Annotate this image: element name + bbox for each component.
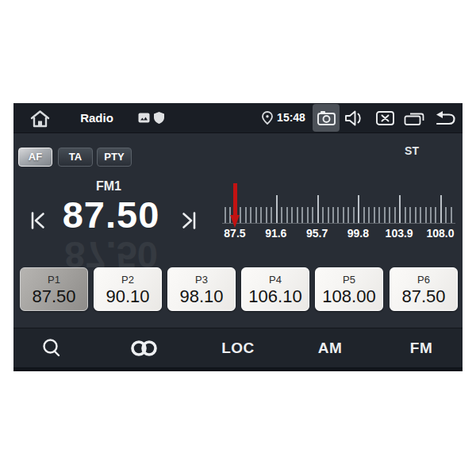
scale-minor-tick xyxy=(409,207,411,224)
am-button[interactable]: AM xyxy=(302,328,358,367)
scale-minor-tick xyxy=(286,207,288,224)
scale-minor-tick xyxy=(435,207,436,224)
seek-next-button[interactable] xyxy=(181,212,197,229)
scale-minor-tick xyxy=(445,207,447,224)
preset-frequency: 87.50 xyxy=(21,286,87,307)
scale-minor-tick xyxy=(374,207,375,224)
scale-minor-tick xyxy=(389,207,390,224)
scale-minor-tick xyxy=(245,207,247,224)
scale-major-tick xyxy=(317,195,319,224)
scale-minor-tick xyxy=(260,207,262,224)
search-icon[interactable] xyxy=(42,338,62,358)
preset-label: P3 xyxy=(168,274,235,286)
tuning-scale xyxy=(225,194,453,224)
preset-frequency: 87.50 xyxy=(390,286,457,307)
scale-minor-tick xyxy=(451,207,452,224)
scale-frequency-label: 99.8 xyxy=(336,227,379,240)
tuning-needle-arrow xyxy=(230,215,240,228)
scale-minor-tick xyxy=(415,207,416,224)
preset-frequency: 108.00 xyxy=(316,286,382,307)
scale-minor-tick xyxy=(322,207,324,224)
scale-minor-tick xyxy=(281,207,282,224)
preset-button-p1[interactable]: P1 87.50 xyxy=(20,267,88,311)
scale-major-tick xyxy=(399,195,401,224)
scale-minor-tick xyxy=(266,207,267,224)
scale-frequency-label: 95.7 xyxy=(296,227,339,240)
seek-previous-button[interactable] xyxy=(30,212,46,229)
home-icon[interactable] xyxy=(29,109,51,128)
clock: 15:48 xyxy=(275,103,307,132)
scale-minor-tick xyxy=(328,207,329,224)
preset-label: P5 xyxy=(316,274,382,286)
location-icon xyxy=(262,111,273,125)
scale-minor-tick xyxy=(240,207,241,224)
preset-button-p3[interactable]: P3 98.10 xyxy=(167,267,236,311)
loc-button[interactable]: LOC xyxy=(210,328,266,367)
af-button[interactable]: AF xyxy=(18,148,52,167)
preset-button-p5[interactable]: P5 108.00 xyxy=(315,267,383,311)
scale-minor-tick xyxy=(255,207,257,224)
status-bar: Radio 15:48 xyxy=(13,103,463,133)
preset-frequency: 106.10 xyxy=(242,286,309,307)
scale-minor-tick xyxy=(307,207,309,224)
volume-icon[interactable] xyxy=(344,110,364,126)
panel-bottom-edge xyxy=(13,367,463,371)
scale-minor-tick xyxy=(394,207,396,224)
close-window-icon[interactable] xyxy=(376,111,394,125)
band-label: FM1 xyxy=(61,179,156,194)
back-icon[interactable] xyxy=(433,110,456,126)
ta-button[interactable]: TA xyxy=(58,148,93,167)
loop-icon[interactable] xyxy=(130,340,159,357)
scale-frequency-label: 91.6 xyxy=(255,227,298,240)
scale-minor-tick xyxy=(337,207,339,224)
scale-major-tick xyxy=(358,195,359,224)
scale-frequency-label: 108.0 xyxy=(419,227,462,240)
scale-minor-tick xyxy=(343,207,344,224)
scale-minor-tick xyxy=(353,207,355,224)
scale-major-tick xyxy=(276,195,278,224)
scale-minor-tick xyxy=(291,207,293,224)
preset-frequency: 98.10 xyxy=(168,286,235,307)
scale-minor-tick xyxy=(430,207,432,224)
shield-icon xyxy=(154,112,164,124)
preset-label: P2 xyxy=(94,274,161,286)
scale-minor-tick xyxy=(405,207,406,224)
fm-button[interactable]: FM xyxy=(393,328,449,367)
scale-minor-tick xyxy=(378,207,380,224)
scale-minor-tick xyxy=(271,207,272,224)
page-title: Radio xyxy=(53,103,140,132)
tuning-scale-baseline xyxy=(222,223,455,224)
scale-minor-tick xyxy=(420,207,421,224)
scale-minor-tick xyxy=(347,207,349,224)
scale-minor-tick xyxy=(425,207,427,224)
scale-minor-tick xyxy=(297,207,298,224)
preset-button-p2[interactable]: P2 90.10 xyxy=(94,267,162,311)
camera-icon[interactable] xyxy=(317,110,336,125)
gallery-icon xyxy=(138,113,150,123)
scale-frequency-label: 87.5 xyxy=(213,227,256,240)
tuning-scale-labels: 87.591.695.799.8103.9108.0 xyxy=(225,227,453,241)
scale-minor-tick xyxy=(332,207,334,224)
scale-minor-tick xyxy=(384,207,386,224)
scale-major-tick xyxy=(440,195,442,224)
frequency-display: 87.50 xyxy=(40,195,182,235)
preset-button-p6[interactable]: P6 87.50 xyxy=(390,267,458,311)
stereo-indicator: ST xyxy=(394,144,429,157)
preset-button-p4[interactable]: P4 106.10 xyxy=(241,267,309,311)
scale-minor-tick xyxy=(225,207,226,224)
preset-label: P4 xyxy=(242,274,309,286)
preset-label: P6 xyxy=(390,274,457,286)
scale-minor-tick xyxy=(301,207,303,224)
scale-minor-tick xyxy=(368,207,370,224)
scale-minor-tick xyxy=(250,207,251,224)
tuning-needle xyxy=(233,183,237,217)
preset-frequency: 90.10 xyxy=(94,286,161,307)
radio-app-panel: Radio 15:48 xyxy=(13,103,463,371)
pty-button[interactable]: PTY xyxy=(97,148,132,167)
scale-frequency-label: 103.9 xyxy=(378,227,420,240)
recent-apps-icon[interactable] xyxy=(404,111,424,125)
preset-label: P1 xyxy=(21,274,87,286)
scale-minor-tick xyxy=(312,207,313,224)
scale-minor-tick xyxy=(363,207,365,224)
bottom-toolbar: LOC AM FM xyxy=(13,328,463,367)
